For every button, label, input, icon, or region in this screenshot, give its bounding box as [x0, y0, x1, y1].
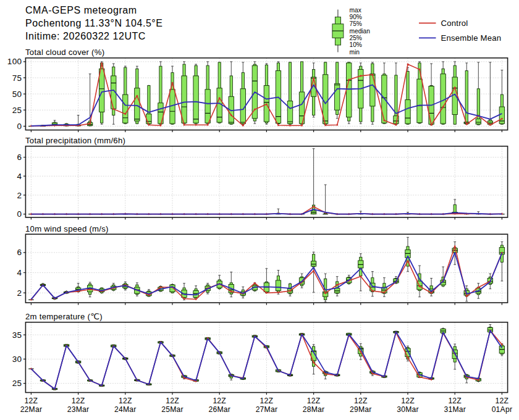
- svg-text:median: median: [350, 28, 370, 35]
- svg-text:10m wind speed (m/s): 10m wind speed (m/s): [25, 224, 109, 233]
- svg-text:27Mar: 27Mar: [256, 405, 278, 414]
- svg-text:6: 6: [17, 248, 22, 257]
- svg-text:26Mar: 26Mar: [208, 405, 230, 414]
- svg-text:2: 2: [17, 288, 22, 298]
- svg-text:12Z: 12Z: [25, 397, 38, 405]
- svg-text:max: max: [350, 7, 361, 14]
- svg-text:29Mar: 29Mar: [350, 405, 372, 414]
- svg-text:Ensemble Mean: Ensemble Mean: [441, 33, 502, 43]
- svg-text:30Mar: 30Mar: [397, 405, 419, 414]
- svg-text:CMA-GEPS meteogram: CMA-GEPS meteogram: [25, 5, 137, 15]
- svg-text:23Mar: 23Mar: [67, 405, 90, 414]
- svg-text:6: 6: [17, 153, 22, 162]
- svg-text:Initime: 20260322 12UTC: Initime: 20260322 12UTC: [25, 31, 146, 41]
- svg-text:Total cloud cover (%): Total cloud cover (%): [25, 48, 104, 57]
- svg-text:12Z: 12Z: [307, 397, 321, 405]
- svg-text:90%: 90%: [350, 14, 362, 20]
- svg-text:24Mar: 24Mar: [114, 405, 137, 414]
- svg-text:Pochentong 11.33°N 104.5°E: Pochentong 11.33°N 104.5°E: [25, 18, 163, 28]
- svg-text:Control: Control: [441, 19, 468, 28]
- svg-text:12Z: 12Z: [72, 397, 85, 405]
- svg-text:22Mar: 22Mar: [20, 405, 43, 414]
- svg-text:30: 30: [12, 355, 22, 364]
- svg-text:12Z: 12Z: [496, 397, 509, 405]
- svg-text:12Z: 12Z: [119, 397, 132, 405]
- svg-text:0: 0: [17, 209, 22, 219]
- svg-text:2: 2: [17, 191, 22, 200]
- svg-text:25: 25: [12, 106, 22, 115]
- svg-text:100: 100: [7, 57, 22, 66]
- svg-text:28Mar: 28Mar: [303, 405, 325, 414]
- svg-text:31Mar: 31Mar: [444, 405, 466, 414]
- svg-text:2m temperature (℃): 2m temperature (℃): [25, 312, 103, 321]
- svg-text:12Z: 12Z: [448, 397, 462, 405]
- svg-text:25: 25: [12, 379, 22, 388]
- svg-text:50: 50: [12, 90, 22, 99]
- svg-text:10%: 10%: [350, 41, 362, 48]
- svg-text:35: 35: [12, 330, 22, 340]
- svg-text:4: 4: [17, 268, 22, 277]
- svg-text:min: min: [350, 49, 360, 56]
- svg-text:12Z: 12Z: [213, 397, 226, 405]
- svg-text:12Z: 12Z: [401, 397, 415, 405]
- svg-text:01Apr: 01Apr: [492, 405, 513, 414]
- svg-text:4: 4: [17, 172, 22, 181]
- svg-text:25Mar: 25Mar: [161, 405, 184, 414]
- svg-text:12Z: 12Z: [166, 397, 179, 405]
- svg-text:12Z: 12Z: [354, 397, 368, 405]
- svg-text:Total precipitation (mm/6h): Total precipitation (mm/6h): [25, 136, 125, 145]
- svg-text:25%: 25%: [350, 35, 362, 41]
- svg-text:75%: 75%: [350, 20, 362, 27]
- svg-text:12Z: 12Z: [260, 397, 274, 405]
- svg-text:75: 75: [12, 74, 22, 83]
- svg-text:0: 0: [17, 122, 22, 131]
